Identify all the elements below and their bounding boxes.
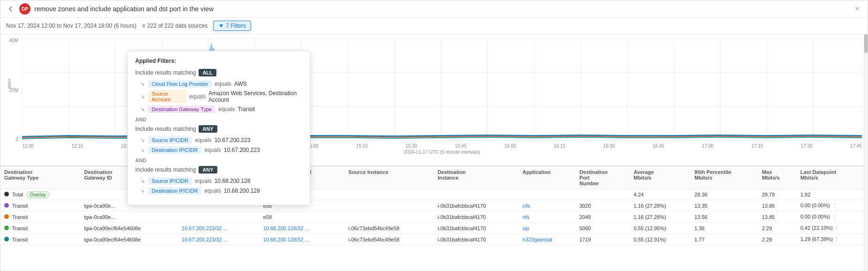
value-5: 10.67.200.223 [224,147,260,153]
toolbar: Nov 17, 2024 12:00 to Nov 17, 2024 18:00… [0,18,868,34]
more-button[interactable]: ⋮ [834,236,839,242]
filter-arrow-2: ↳ [141,94,145,100]
dot-orange [4,214,9,219]
equals-1: equals [215,81,231,87]
x-label-1630: 16:30 [603,143,615,149]
col-p95: 95th PercentileMbits/s [691,166,758,189]
scrollbar-track[interactable] [864,34,868,271]
and-divider-1: AND [135,117,302,122]
y-label-40m: 40M [0,38,18,43]
x-label-1515: 15:15 [356,143,368,149]
filter-item-7: ↳ Destination IP/CIDR equals 10.68.200.1… [141,187,302,195]
filter-tag-cloud-flow: Cloud Flow Log Provider [148,80,212,88]
filter-arrow-5: ↳ [141,147,145,153]
x-label-1645: 16:45 [653,143,664,149]
time-range: Nov 17, 2024 12:00 to Nov 17, 2024 18:00… [6,23,137,29]
filter-item-6: ↳ Source IP/CIDR equals 10.68.200.128 [141,177,302,185]
x-label-1545: 15:45 [455,143,467,149]
filter-arrow-1: ↳ [141,81,145,87]
filter-group-2: Include results matching ANY ↳ Source IP… [135,125,302,154]
col-avg: AverageMbits/s [630,166,691,189]
equals-7: equals [204,188,221,194]
x-label-1200: 12:00 [22,143,34,149]
x-label-1215: 12:15 [71,143,83,149]
value-1: AWS [234,81,247,87]
avatar: DP [19,3,31,15]
dot-green [4,226,9,230]
filters-label: 7 Filters [226,23,246,29]
popup-title: Applied Filters: [135,58,302,64]
equals-6: equals [195,178,211,184]
value-4: 10.67.200.223 [215,137,251,143]
data-sources-icon: ≡ [142,23,146,29]
cell-src-ip[interactable]: 10.67.200.223/32 ... [178,223,259,234]
filter-item-5: ↳ Destination IP/CIDR equals 10.67.200.2… [141,146,302,154]
col-last: Last DatapointMbits/s [797,166,868,189]
cell-application[interactable]: nfs [519,211,576,223]
filter-tag-source-account: Source Account [148,90,186,103]
x-label-1615: 16:15 [554,143,566,149]
value-6: 10.68.200.128 [215,178,251,184]
table-row: Transit tgw-0ca90ecf64e54608e 10.67.200.… [0,223,868,234]
match-badge-any-1: ANY [199,125,217,133]
filter-tag-src-cidr-2: Source IP/CIDR [148,177,192,185]
data-sources-count: 222 of 222 data sources [147,23,208,29]
filter-group-3: Include results matching ANY ↳ Source IP… [135,166,302,195]
equals-2: equals [189,93,206,100]
value-3: Transit [238,106,255,113]
match-label-2: Include results matching [135,126,196,132]
dot-purple [4,203,9,208]
filters-button[interactable]: ▼ 7 Filters [213,21,251,31]
dot-teal [4,237,9,241]
col-dst-instance: DestinationInstance [434,166,519,189]
cell-application[interactable]: sip [519,223,576,234]
page-title: remove zones and include application and… [34,5,849,13]
x-label-1730: 17:30 [801,143,813,149]
dot-black [4,192,9,196]
match-label-1: Include results matching [135,69,196,76]
x-label-1745: 17:45 [850,143,862,149]
value-7: 10.68.200.128 [224,188,260,194]
filter-icon: ▼ [218,23,224,29]
match-row-1: Include results matching ALL [135,69,302,76]
more-button[interactable]: ⋮ [831,203,837,208]
cell-src-ip[interactable]: 10.67.200.223/32 ... [178,234,259,245]
cell-dst-ip[interactable]: 10.68.200.128/32 ... [259,234,345,245]
x-label-1700: 17:00 [702,143,714,149]
filter-tag-dst-gateway: Destination Gateway Type [148,105,215,113]
equals-3: equals [218,106,235,113]
and-divider-2: AND [135,158,302,163]
filter-arrow-6: ↳ [141,178,145,184]
filter-item-2: ↳ Source Account equals Amazon Web Servi… [141,90,302,103]
equals-4: equals [195,137,211,143]
close-button[interactable]: × [853,4,862,14]
col-port: DestinationPortNumber [576,166,630,189]
filter-item-1: ↳ Cloud Flow Log Provider equals AWS [141,80,302,88]
match-row-3: Include results matching ANY [135,166,302,173]
match-badge-any-2: ANY [199,166,217,173]
more-button[interactable]: ⋮ [831,214,837,219]
more-button[interactable]: ⋮ [834,225,839,231]
x-label-1600: 16:00 [504,143,516,149]
filter-tag-src-cidr-1: Source IP/CIDR [148,136,192,144]
match-row-2: Include results matching ANY [135,125,302,133]
scrollbar-thumb[interactable] [864,34,868,53]
x-label-1715: 17:15 [751,143,763,149]
x-label-1530: 15:30 [406,143,417,149]
table-row: Transit tgw-0ca90ecf64e54608e 10.67.200.… [0,234,868,245]
cell-type: Transit [0,200,80,211]
filter-arrow-3: ↳ [141,106,145,113]
filter-arrow-4: ↳ [141,137,145,143]
filter-arrow-7: ↳ [141,188,145,194]
filter-tag-dst-cidr-2: Destination IP/CIDR [148,187,201,195]
cell-application[interactable]: cifs [519,200,576,211]
app-container: DP remove zones and include application … [0,0,868,271]
filter-item-4: ↳ Source IP/CIDR equals 10.67.200.223 [141,136,302,144]
filter-tag-dst-cidr-1: Destination IP/CIDR [148,146,201,154]
cell-type: Transit [0,211,80,223]
cell-dst-ip[interactable]: 10.68.200.128/32 ... [259,223,345,234]
back-button[interactable] [6,4,15,14]
value-2: Amazon Web Services, Destination Account [208,90,302,103]
cell-type: Transit [0,223,80,234]
cell-application[interactable]: h323gatestat [519,234,576,245]
